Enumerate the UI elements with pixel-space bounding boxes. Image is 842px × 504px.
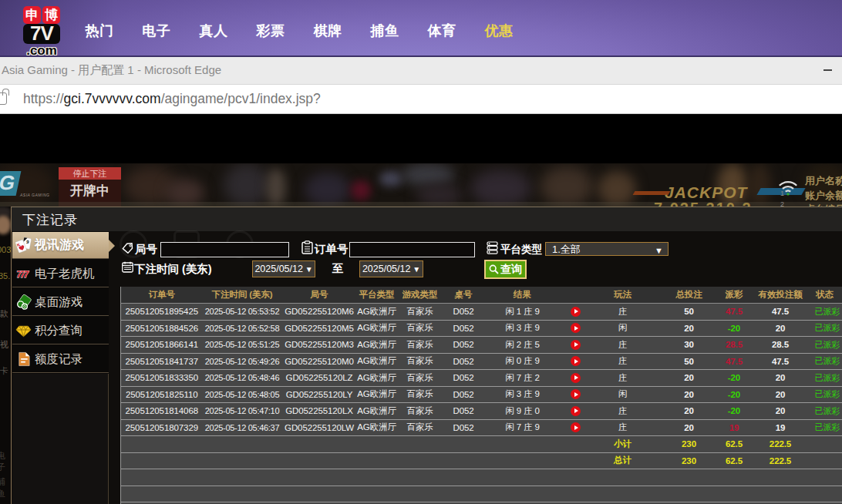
svg-text:777: 777	[15, 268, 29, 279]
